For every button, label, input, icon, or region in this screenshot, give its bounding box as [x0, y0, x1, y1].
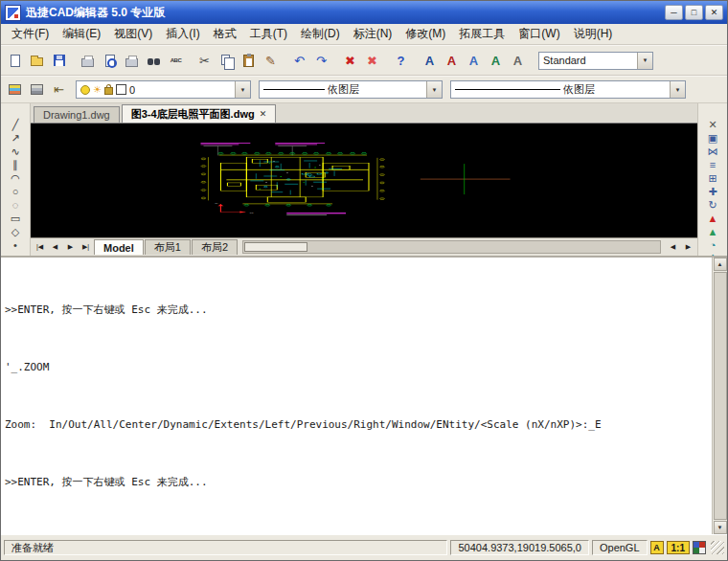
menu-modify[interactable]: 修改(M)	[398, 24, 452, 44]
prev-layout-button[interactable]: ◀	[48, 240, 62, 254]
letter-a-icon: A	[491, 55, 500, 67]
document-tab-label: Drawing1.dwg	[43, 109, 110, 121]
close-tab-icon[interactable]: ✕	[260, 109, 267, 119]
cut-button[interactable]: ✂	[193, 50, 216, 72]
layer-combo[interactable]: ☀ 0 ▼	[76, 80, 251, 99]
ray-tool-button[interactable]: ↗	[5, 132, 26, 145]
crosshair-cursor	[421, 164, 511, 194]
layer-states-button[interactable]	[26, 79, 48, 101]
copy-object-button[interactable]: ▣	[702, 132, 723, 145]
help-button[interactable]: ?	[390, 50, 412, 72]
circle-tool-button[interactable]: ○	[5, 186, 26, 198]
color-combo[interactable]: 依图层 ▼	[259, 80, 443, 99]
text-style-combo[interactable]: Standard ▼	[538, 52, 653, 70]
menu-insert[interactable]: 插入(I)	[159, 24, 206, 44]
status-bar: 准备就绪 50404.9373,19019.5065,0 OpenGL A 1:…	[1, 534, 727, 560]
first-layout-button[interactable]: |◀	[33, 240, 47, 254]
command-scrollbar[interactable]: ▲ ▼	[712, 258, 727, 534]
multiline-tool-button[interactable]: ∥	[5, 159, 26, 171]
scrollbar-thumb[interactable]	[244, 242, 307, 252]
undo-button[interactable]: ↶	[288, 50, 310, 72]
offset-button[interactable]: ≡	[702, 159, 723, 171]
tab-model[interactable]: Model	[94, 239, 144, 255]
menu-tools[interactable]: 工具(T)	[243, 24, 294, 44]
text-style-button[interactable]: A	[419, 50, 441, 72]
scrollbar-thumb[interactable]	[714, 272, 727, 520]
resize-grip[interactable]	[711, 541, 724, 554]
arc-tool-button[interactable]: ◠	[5, 172, 26, 185]
zoom-ratio-badge[interactable]: 1:1	[667, 541, 690, 554]
minimize-button[interactable]: ─	[665, 5, 683, 20]
chevron-down-icon[interactable]: ▼	[670, 81, 685, 98]
edit-text-button[interactable]: A	[441, 50, 463, 72]
annotation-scale-icon[interactable]: A	[650, 541, 664, 554]
linetype-combo[interactable]: 依图层 ▼	[450, 80, 686, 99]
menu-file[interactable]: 文件(F)	[5, 24, 56, 44]
layer-properties-button[interactable]	[4, 79, 26, 101]
line-tool-button[interactable]: ╱	[5, 119, 26, 131]
redo-button[interactable]: ↷	[310, 50, 332, 72]
open-button[interactable]	[26, 50, 48, 72]
menu-help[interactable]: 说明(H)	[567, 24, 620, 44]
last-layout-button[interactable]: ▶|	[79, 240, 93, 254]
find-button[interactable]	[143, 50, 165, 72]
shade-button[interactable]: ▲	[702, 226, 723, 238]
scroll-up-button[interactable]: ▲	[714, 258, 727, 271]
justify-text-button[interactable]: A	[507, 50, 529, 72]
delete-button[interactable]: ✖	[339, 50, 361, 72]
maximize-button[interactable]: □	[685, 5, 703, 20]
next-layout-button[interactable]: ▶	[63, 240, 78, 254]
mirror-button[interactable]: ⋈	[702, 146, 723, 158]
new-button[interactable]	[4, 50, 26, 72]
save-button[interactable]	[48, 50, 70, 72]
plot-button[interactable]	[121, 50, 143, 72]
tab-floorplan[interactable]: 图3-4底层电照平面图.dwg ✕	[122, 104, 277, 123]
menu-window[interactable]: 窗口(W)	[512, 24, 566, 44]
erase-button[interactable]: ✖	[361, 50, 383, 72]
chevron-down-icon[interactable]: ▼	[235, 81, 250, 98]
scale-text-button[interactable]: A	[485, 50, 507, 72]
orbit-button[interactable]: ◔	[702, 239, 723, 252]
viewport-toggle-icon[interactable]	[693, 541, 706, 554]
copy-button[interactable]	[216, 50, 238, 72]
point-tool-button[interactable]: •	[5, 239, 26, 252]
tab-layout1[interactable]: 布局1	[145, 239, 191, 255]
erase-button[interactable]: ✕	[702, 119, 723, 131]
print-preview-button[interactable]	[99, 50, 121, 72]
format-painter-button[interactable]: ✎	[260, 50, 282, 72]
tab-drawing1[interactable]: Drawing1.dwg ✕	[34, 106, 120, 123]
menu-dimension[interactable]: 标注(N)	[347, 24, 399, 44]
menu-format[interactable]: 格式	[207, 24, 243, 44]
menu-edit[interactable]: 编辑(E)	[56, 24, 107, 44]
menu-draw[interactable]: 绘制(D)	[294, 24, 347, 44]
polygon-tool-button[interactable]: ◇	[5, 226, 26, 238]
plan-title-label	[286, 213, 346, 215]
drawing-viewport[interactable]: X Y	[31, 123, 697, 237]
rotate-button[interactable]: ↻	[702, 199, 723, 212]
close-button[interactable]: ✕	[705, 5, 723, 20]
array-button[interactable]: ⊞	[702, 172, 723, 185]
move-button[interactable]: ✚	[702, 186, 723, 198]
scroll-down-button[interactable]: ▼	[714, 521, 727, 534]
copy-object-icon: ▣	[708, 133, 717, 144]
chevron-down-icon[interactable]: ▼	[637, 53, 652, 69]
menu-view[interactable]: 视图(V)	[107, 24, 159, 44]
tab-layout2[interactable]: 布局2	[192, 239, 238, 255]
ucs-icon: X Y	[214, 201, 254, 213]
menu-express-tools[interactable]: 拓展工具	[452, 24, 512, 44]
polyline-tool-button[interactable]: ∿	[5, 146, 26, 158]
layer-lock-icon	[104, 87, 113, 95]
print-button[interactable]	[77, 50, 99, 72]
chevron-down-icon[interactable]: ▼	[426, 81, 442, 98]
paste-button[interactable]	[238, 50, 260, 72]
find-text-button[interactable]: A	[463, 50, 485, 72]
scroll-right-button[interactable]: ▶	[681, 240, 695, 254]
layer-previous-button[interactable]: ⇤	[48, 79, 70, 101]
spell-check-button[interactable]: ABC	[165, 50, 187, 72]
rectangle-tool-button[interactable]: ▭	[5, 213, 26, 225]
ellipse-tool-button[interactable]: ◌	[5, 199, 26, 212]
scroll-left-button[interactable]: ◀	[666, 240, 680, 254]
horizontal-scrollbar[interactable]	[242, 240, 661, 254]
command-line-panel[interactable]: >>ENTER, 按一下右键或 Esc 来完成... '_.ZOOM Zoom:…	[1, 256, 727, 534]
render-button[interactable]: ▲	[702, 213, 723, 225]
